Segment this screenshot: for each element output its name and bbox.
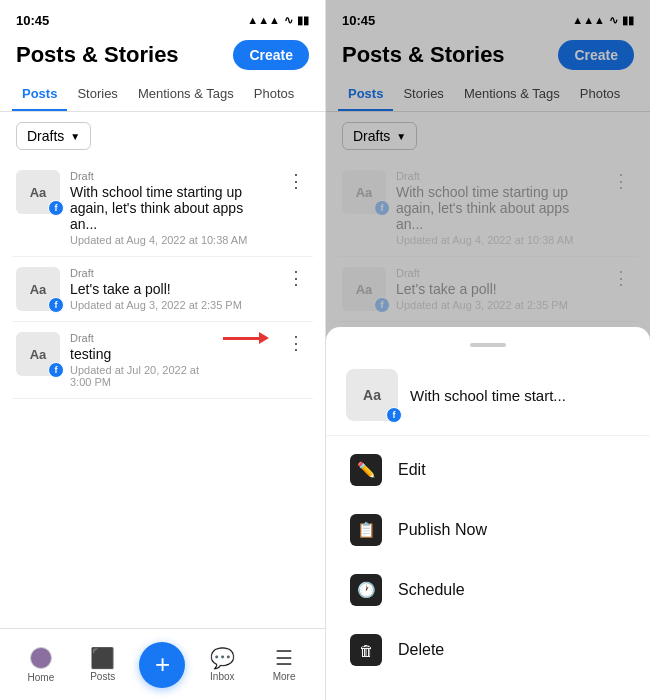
tab-posts-left[interactable]: Posts <box>12 78 67 111</box>
nav-more-label: More <box>273 671 296 682</box>
action-publish[interactable]: 📋 Publish Now <box>326 500 650 560</box>
fab-button[interactable]: + <box>139 642 185 688</box>
post-date: Updated at Aug 3, 2022 at 2:35 PM <box>70 299 273 311</box>
post-list-left: Aa f Draft With school time starting up … <box>0 160 325 628</box>
post-title: With school time starting up again, let'… <box>70 184 273 232</box>
post-label: Draft <box>70 267 273 279</box>
facebook-badge: f <box>48 362 64 378</box>
left-panel: 10:45 ▲▲▲ ∿ ▮▮ Posts & Stories Create Po… <box>0 0 325 700</box>
post-thumbnail: Aa f <box>16 267 60 311</box>
home-avatar-icon <box>30 647 52 669</box>
post-thumbnail: Aa f <box>16 170 60 214</box>
post-thumbnail: Aa f <box>16 332 60 376</box>
post-title: testing <box>70 346 213 362</box>
nav-more[interactable]: ☰ More <box>259 648 309 682</box>
wifi-icon: ∿ <box>284 14 293 27</box>
nav-posts[interactable]: ⬛ Posts <box>78 648 128 682</box>
action-publish-label: Publish Now <box>398 521 487 539</box>
post-item: Aa f Draft testing Updated at Jul 20, 20… <box>12 322 313 399</box>
facebook-badge: f <box>48 200 64 216</box>
arrow-head-icon <box>259 332 269 344</box>
post-title: Let's take a poll! <box>70 281 273 297</box>
action-schedule[interactable]: 🕐 Schedule <box>326 560 650 620</box>
status-bar-left: 10:45 ▲▲▲ ∿ ▮▮ <box>0 0 325 36</box>
trash-icon: 🗑 <box>350 634 382 666</box>
tabs-left: Posts Stories Mentions & Tags Photos <box>0 78 325 112</box>
action-sheet: Aa f With school time start... ✏️ Edit 📋… <box>326 327 650 700</box>
create-button-left[interactable]: Create <box>233 40 309 70</box>
action-edit[interactable]: ✏️ Edit <box>326 440 650 500</box>
sheet-fb-badge: f <box>386 407 402 423</box>
post-item: Aa f Draft With school time starting up … <box>12 160 313 257</box>
schedule-icon: 🕐 <box>350 574 382 606</box>
post-menu-button[interactable]: ⋮ <box>283 170 309 192</box>
bottom-nav-left: Home ⬛ Posts + 💬 Inbox ☰ More <box>0 628 325 700</box>
status-icons-left: ▲▲▲ ∿ ▮▮ <box>247 14 309 27</box>
publish-icon: 📋 <box>350 514 382 546</box>
posts-icon: ⬛ <box>90 648 115 668</box>
post-label: Draft <box>70 170 273 182</box>
arrow-indicator <box>223 332 269 344</box>
nav-inbox-label: Inbox <box>210 671 234 682</box>
tab-mentions-left[interactable]: Mentions & Tags <box>128 78 244 111</box>
sheet-preview-text: With school time start... <box>410 387 566 404</box>
time-left: 10:45 <box>16 13 49 28</box>
tab-stories-left[interactable]: Stories <box>67 78 127 111</box>
edit-icon: ✏️ <box>350 454 382 486</box>
action-edit-label: Edit <box>398 461 426 479</box>
action-delete-label: Delete <box>398 641 444 659</box>
chevron-down-icon: ▼ <box>70 131 80 142</box>
page-title-left: Posts & Stories <box>16 42 179 68</box>
post-menu-button[interactable]: ⋮ <box>283 267 309 289</box>
tab-photos-left[interactable]: Photos <box>244 78 304 111</box>
nav-home-label: Home <box>28 672 55 683</box>
post-menu-button[interactable]: ⋮ <box>283 332 309 354</box>
post-item: Aa f Draft Let's take a poll! Updated at… <box>12 257 313 322</box>
drafts-row-left: Drafts ▼ <box>0 112 325 160</box>
facebook-badge: f <box>48 297 64 313</box>
nav-inbox[interactable]: 💬 Inbox <box>197 648 247 682</box>
post-content: Draft With school time starting up again… <box>70 170 273 246</box>
nav-home[interactable]: Home <box>16 647 66 683</box>
drafts-button-left[interactable]: Drafts ▼ <box>16 122 91 150</box>
post-date: Updated at Jul 20, 2022 at 3:00 PM <box>70 364 213 388</box>
more-icon: ☰ <box>275 648 293 668</box>
sheet-handle <box>470 343 506 347</box>
battery-icon: ▮▮ <box>297 14 309 27</box>
nav-posts-label: Posts <box>90 671 115 682</box>
post-date: Updated at Aug 4, 2022 at 10:38 AM <box>70 234 273 246</box>
arrow-line <box>223 337 259 340</box>
action-schedule-label: Schedule <box>398 581 465 599</box>
header-left: Posts & Stories Create <box>0 36 325 78</box>
right-panel: 10:45 ▲▲▲ ∿ ▮▮ Posts & Stories Create Po… <box>325 0 650 700</box>
inbox-icon: 💬 <box>210 648 235 668</box>
post-content: Draft testing Updated at Jul 20, 2022 at… <box>70 332 213 388</box>
post-content: Draft Let's take a poll! Updated at Aug … <box>70 267 273 311</box>
action-delete[interactable]: 🗑 Delete <box>326 620 650 680</box>
signal-icon: ▲▲▲ <box>247 14 280 26</box>
sheet-preview: Aa f With school time start... <box>326 359 650 436</box>
post-label: Draft <box>70 332 213 344</box>
sheet-preview-thumbnail: Aa f <box>346 369 398 421</box>
